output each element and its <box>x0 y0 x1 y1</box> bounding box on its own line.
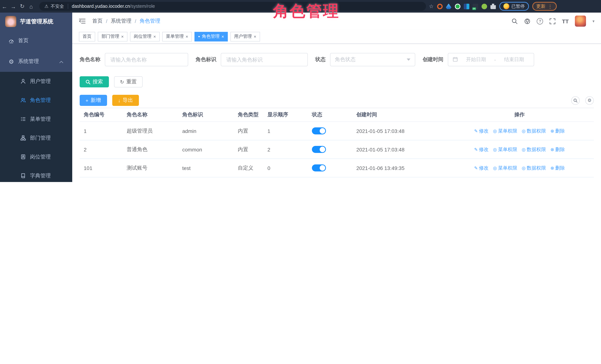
paused-label: 已暂停 <box>511 3 525 10</box>
sidebar-item-posts[interactable]: 岗位管理 <box>0 147 72 166</box>
tab-departments[interactable]: 部门管理 × <box>98 32 127 41</box>
bookmark-star-icon[interactable]: ☆ <box>429 3 434 9</box>
tab-label: 首页 <box>83 33 91 40</box>
role-key-input[interactable] <box>226 56 303 63</box>
tab-users[interactable]: 用户管理 × <box>230 32 260 41</box>
column-settings-button[interactable]: ⚙ <box>585 96 594 105</box>
browser-forward-icon[interactable]: → <box>9 3 18 10</box>
browser-home-icon[interactable]: ⌂ <box>27 3 36 10</box>
sidebar-item-departments[interactable]: 部门管理 <box>0 128 72 147</box>
table-row: 101 测试账号 test 自定义 0 2021-01-06 13:49:35 … <box>80 159 594 177</box>
sidebar-item-menus[interactable]: 菜单管理 <box>0 110 72 128</box>
browser-reload-icon[interactable]: ↻ <box>18 3 27 10</box>
status-toggle[interactable] <box>312 164 326 171</box>
extension-icon[interactable] <box>455 3 460 9</box>
role-name: 普通角色 <box>123 146 178 153</box>
breadcrumb-system[interactable]: 系统管理 <box>111 18 131 24</box>
edit-icon: ✎ <box>474 129 478 133</box>
not-secure-label[interactable]: 不安全 <box>51 3 64 10</box>
sidebar-item-users[interactable]: 用户管理 <box>0 72 72 91</box>
edit-label: 修改 <box>479 146 489 153</box>
sidebar-item-dictionaries[interactable]: 字典管理 <box>0 166 72 182</box>
tab-roles-active[interactable]: ● 角色管理 × <box>194 32 228 41</box>
browser-menu-dots-icon[interactable]: ⋮ <box>548 3 552 9</box>
column-header: 操作 <box>441 111 594 118</box>
sidebar-collapse-icon[interactable] <box>79 18 86 24</box>
badge-icon <box>20 154 26 160</box>
github-icon[interactable] <box>524 18 531 24</box>
font-size-icon[interactable]: TT <box>562 18 569 24</box>
app-logo[interactable]: 芋道管理系统 <box>0 13 72 30</box>
tab-posts[interactable]: 岗位管理 × <box>130 32 160 41</box>
edit-link[interactable]: ✎修改 <box>474 146 489 153</box>
end-date-placeholder[interactable]: 结束日期 <box>499 56 529 63</box>
delete-link[interactable]: ⊗删除 <box>551 146 565 153</box>
date-range-picker[interactable]: 开始日期 - 结束日期 <box>448 53 534 66</box>
menu-permission-link[interactable]: ◎菜单权限 <box>493 165 517 171</box>
close-icon[interactable]: × <box>221 34 224 39</box>
status-select[interactable]: 角色状态 <box>330 53 415 66</box>
data-permission-link[interactable]: ◎数据权限 <box>522 146 546 153</box>
address-bar[interactable]: ⚠ 不安全 dashboard.yudao.iocoder.cn /system… <box>39 2 426 11</box>
extension-icon[interactable] <box>464 3 469 9</box>
reset-button[interactable]: ↻ 重置 <box>114 76 143 87</box>
breadcrumb-separator: / <box>106 18 107 24</box>
sidebar-item-label: 菜单管理 <box>30 116 51 122</box>
role-sort: 2 <box>263 147 308 152</box>
add-button[interactable]: + 新增 <box>80 95 107 106</box>
extension-icon[interactable] <box>437 3 442 9</box>
tab-home[interactable]: 首页 <box>79 32 95 41</box>
help-icon[interactable]: ? <box>537 18 543 24</box>
role-type: 内置 <box>234 128 263 134</box>
tab-menus[interactable]: 菜单管理 × <box>162 32 192 41</box>
sidebar-item-home[interactable]: 首页 <box>0 30 72 51</box>
filter-actions: 搜索 ↻ 重置 <box>80 76 594 87</box>
status-toggle[interactable] <box>312 146 326 153</box>
page-content: 角色名称 角色标识 状态 角色状态 <box>72 44 601 182</box>
profile-paused-pill[interactable]: 已暂停 <box>499 2 529 11</box>
dashboard-icon <box>8 38 14 43</box>
chevron-down-icon <box>407 59 411 61</box>
search-icon[interactable] <box>511 18 518 24</box>
delete-link[interactable]: ⊗删除 <box>551 128 565 134</box>
edit-link[interactable]: ✎修改 <box>474 165 489 171</box>
update-label: 更新 <box>536 3 545 10</box>
extension-icon[interactable]: on <box>472 3 478 9</box>
breadcrumb-home[interactable]: 首页 <box>92 18 103 24</box>
avatar-caret-down-icon[interactable]: ▾ <box>592 19 594 23</box>
edit-icon: ✎ <box>474 147 478 152</box>
column-header: 状态 <box>308 111 352 118</box>
menu-permission-link[interactable]: ◎菜单权限 <box>493 146 517 153</box>
export-button[interactable]: ↓ 导出 <box>112 95 139 106</box>
edit-link[interactable]: ✎修改 <box>474 128 489 134</box>
gear-icon: ⚙ <box>8 59 14 64</box>
status-toggle[interactable] <box>312 127 326 134</box>
close-icon[interactable]: × <box>121 34 124 39</box>
data-permission-link[interactable]: ◎数据权限 <box>522 165 546 171</box>
data-permission-link[interactable]: ◎数据权限 <box>522 128 546 134</box>
gear-icon: ⚙ <box>588 98 591 103</box>
sidebar-item-roles[interactable]: 角色管理 <box>0 91 72 110</box>
extensions-puzzle-icon[interactable] <box>490 3 496 9</box>
menu-permission-link[interactable]: ◎菜单权限 <box>493 128 517 134</box>
sidebar-item-system[interactable]: ⚙ 系统管理 <box>0 51 72 72</box>
user-avatar[interactable] <box>575 16 586 27</box>
browser-update-button[interactable]: 更新 ⋮ <box>532 2 557 11</box>
close-icon[interactable]: × <box>153 34 156 39</box>
browser-back-icon[interactable]: ← <box>0 3 9 10</box>
fullscreen-icon[interactable] <box>549 18 556 24</box>
role-created-time: 2021-01-05 17:03:48 <box>352 128 441 134</box>
column-header: 角色类型 <box>234 111 263 118</box>
role-name-input[interactable] <box>110 56 183 63</box>
extension-icon[interactable] <box>481 3 487 9</box>
close-icon[interactable]: × <box>186 34 188 39</box>
start-date-placeholder[interactable]: 开始日期 <box>461 56 491 63</box>
toggle-search-button[interactable] <box>571 96 580 105</box>
tab-label: 角色管理 <box>202 33 220 40</box>
close-icon[interactable]: × <box>254 34 256 39</box>
edit-icon: ✎ <box>474 166 478 170</box>
delete-link[interactable]: ⊗删除 <box>551 165 565 171</box>
edit-label: 修改 <box>479 128 489 134</box>
search-button[interactable]: 搜索 <box>80 76 109 87</box>
extension-icon[interactable] <box>446 3 451 9</box>
